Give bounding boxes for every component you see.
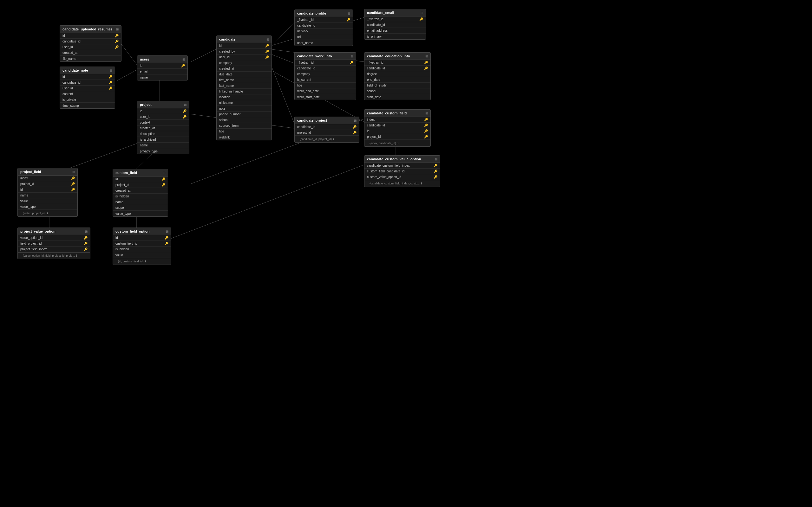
info-icon[interactable]: ℹ xyxy=(145,260,146,263)
expand-icon[interactable]: ⊞ xyxy=(183,58,185,61)
fk-icon: 🔑 xyxy=(434,164,438,167)
expand-icon[interactable]: ⊞ xyxy=(354,119,357,122)
table-row: nickname xyxy=(217,100,271,106)
table-row: name xyxy=(137,143,189,148)
expand-icon[interactable]: ⊞ xyxy=(425,55,428,58)
table-header: candidate_custom_field ⊞ xyxy=(364,110,430,117)
info-icon[interactable]: ℹ xyxy=(333,137,334,141)
expand-icon[interactable]: ⊞ xyxy=(163,171,165,175)
table-row: network xyxy=(295,29,353,34)
table-row: scope xyxy=(113,205,168,211)
info-icon[interactable]: ℹ xyxy=(47,212,48,215)
table-row: end_date xyxy=(364,77,430,83)
expand-icon[interactable]: ⊞ xyxy=(85,230,88,233)
table-row: _fivetran_id 🔑 xyxy=(364,16,426,22)
index-row: (index, project_id) ℹ xyxy=(18,210,78,216)
table-custom-field-option: custom_field_option ⊞ id 🔑 custom_field_… xyxy=(113,228,171,265)
fk-icon: 🔑 xyxy=(84,236,88,239)
table-title: candidate_project xyxy=(297,118,327,122)
table-candidate-custom-value-option: candidate_custom_value_option ⊞ candidat… xyxy=(364,155,440,187)
key-icon: 🔑 xyxy=(115,34,119,38)
fk-icon: 🔑 xyxy=(115,45,119,49)
table-row: is_primary xyxy=(364,34,426,39)
fk-icon: 🔑 xyxy=(424,118,428,121)
table-row: title xyxy=(295,83,356,89)
table-row: candidate_id 🔑 xyxy=(364,123,430,128)
key-icon: 🔑 xyxy=(165,236,168,239)
table-header: candidate ⊞ xyxy=(217,36,271,43)
table-row: created_at xyxy=(60,50,121,56)
fk-icon: 🔑 xyxy=(115,40,119,43)
expand-icon[interactable]: ⊞ xyxy=(351,55,353,58)
table-row: id 🔑 xyxy=(137,63,188,69)
key-icon: 🔑 xyxy=(161,177,165,181)
table-row: content xyxy=(60,91,115,97)
table-row: context xyxy=(137,120,189,125)
fk-icon: 🔑 xyxy=(71,182,75,186)
expand-icon[interactable]: ⊞ xyxy=(425,112,428,115)
table-row: url xyxy=(295,34,353,40)
table-row: privacy_type xyxy=(137,148,189,154)
table-title: project_field xyxy=(20,170,41,174)
table-row: project_id 🔑 xyxy=(364,134,430,140)
table-row: email_address xyxy=(364,28,426,34)
table-row: is_archived xyxy=(137,137,189,143)
table-title: candidate_education_info xyxy=(367,54,410,58)
info-icon[interactable]: ℹ xyxy=(76,254,77,257)
key-icon: 🔑 xyxy=(181,64,185,67)
table-row: project_id 🔑 xyxy=(18,181,78,187)
table-row: id 🔑 xyxy=(60,74,115,80)
table-header: candidate_custom_value_option ⊞ xyxy=(364,156,440,163)
table-title: candidate_email xyxy=(367,11,394,14)
table-row: index 🔑 xyxy=(364,117,430,123)
table-row: first_name xyxy=(217,77,271,83)
info-icon[interactable]: ℹ xyxy=(397,142,398,145)
expand-icon[interactable]: ⊞ xyxy=(420,11,423,14)
fk-icon: 🔑 xyxy=(434,170,438,173)
table-candidate-note: candidate_note ⊞ id 🔑 candidate_id 🔑 use… xyxy=(60,66,115,109)
expand-icon[interactable]: ⊞ xyxy=(110,69,112,72)
table-custom-field: custom_field ⊞ id 🔑 project_id 🔑 created… xyxy=(113,169,168,217)
key-icon: 🔑 xyxy=(350,61,353,64)
expand-icon[interactable]: ⊞ xyxy=(116,27,119,31)
expand-icon[interactable]: ⊞ xyxy=(348,12,350,15)
table-project: project ⊞ id 🔑 user_id 🔑 context created… xyxy=(137,101,189,154)
table-row: field_project_id 🔑 xyxy=(18,241,90,246)
table-row: id 🔑 xyxy=(18,187,78,193)
expand-icon[interactable]: ⊞ xyxy=(166,230,168,233)
table-candidate-work-info: candidate_work_info ⊞ _fivetran_id 🔑 can… xyxy=(294,52,356,100)
table-row: email xyxy=(137,69,188,74)
table-header: custom_field_option ⊞ xyxy=(113,228,171,235)
table-header: project_value_option ⊞ xyxy=(18,228,90,235)
index-row: (index, candidate_id) ℹ xyxy=(364,140,430,147)
table-row: time_stamp xyxy=(60,103,115,108)
table-row: value_option_id 🔑 xyxy=(18,235,90,241)
expand-icon[interactable]: ⊞ xyxy=(72,170,75,174)
table-title: custom_field xyxy=(115,171,137,175)
table-row: name xyxy=(137,74,188,80)
key-icon: 🔑 xyxy=(108,75,112,78)
table-row: value_type xyxy=(18,204,78,210)
table-row: work_end_date xyxy=(295,89,356,94)
info-icon[interactable]: ℹ xyxy=(421,182,422,185)
table-row: user_name xyxy=(295,40,353,46)
fk-icon: 🔑 xyxy=(108,81,112,84)
svg-line-4 xyxy=(270,63,294,124)
table-row: _fivetran_id 🔑 xyxy=(295,60,356,66)
table-row: weblink xyxy=(217,134,271,140)
table-row: id 🔑 xyxy=(137,108,189,114)
expand-icon[interactable]: ⊞ xyxy=(435,158,438,161)
fk-icon: 🔑 xyxy=(424,66,428,70)
key-icon: 🔑 xyxy=(346,18,350,21)
key-icon: 🔑 xyxy=(424,61,428,64)
fk-icon: 🔑 xyxy=(353,125,357,129)
table-row: location xyxy=(217,95,271,100)
table-candidate-profile: candidate_profile ⊞ _fivetran_id 🔑 candi… xyxy=(294,9,353,46)
table-row: sourced_from xyxy=(217,123,271,129)
table-row: name xyxy=(113,199,168,205)
fk-icon: 🔑 xyxy=(434,175,438,179)
expand-icon[interactable]: ⊞ xyxy=(184,103,187,107)
table-header: candidate_profile ⊞ xyxy=(295,10,353,17)
table-row: created_at xyxy=(137,125,189,131)
expand-icon[interactable]: ⊞ xyxy=(266,38,269,41)
